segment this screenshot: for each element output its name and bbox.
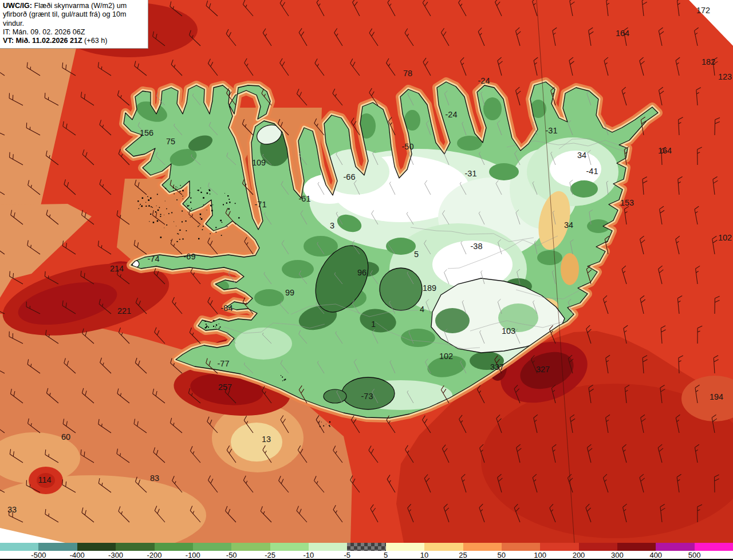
island-dot <box>212 204 213 205</box>
island-dot <box>216 325 217 326</box>
map-value-label: 221 <box>117 306 131 316</box>
island-dot <box>186 220 187 222</box>
colorbar-tick-label: -50 <box>226 551 237 559</box>
map-value-label: 60 <box>61 432 70 441</box>
map-value-label: 83 <box>150 474 159 483</box>
island-dot <box>150 198 152 199</box>
colorbar-segment <box>695 543 733 551</box>
island-dot <box>228 208 230 210</box>
land-dark-patch <box>483 97 502 120</box>
map-value-label: -74 <box>148 254 160 263</box>
island-dot <box>176 226 176 227</box>
island-dot <box>155 211 156 212</box>
map-value-label: 257 <box>218 382 232 392</box>
sea-yellow-patch <box>231 423 282 462</box>
island-dot <box>148 205 149 206</box>
map-value-label: -69 <box>184 252 196 261</box>
island-dot <box>179 230 180 231</box>
glacier-dark-spot <box>435 308 470 333</box>
glacier-eyjafjallajokull <box>324 389 346 403</box>
island-dot <box>214 320 215 321</box>
island-dot <box>235 203 236 204</box>
island-dot <box>229 202 230 203</box>
island-dot <box>224 193 225 194</box>
island-dot <box>219 319 220 320</box>
map-value-label: 102 <box>718 233 732 242</box>
map-value-label: 109 <box>252 158 266 167</box>
island-dot <box>177 233 178 234</box>
island-dot <box>284 380 285 381</box>
island-dot <box>282 380 283 381</box>
map-value-label: 164 <box>658 146 672 155</box>
colorbar-tick-label: 500 <box>688 551 701 559</box>
weather-map: 22178-24164172182123-24-3115675-5034-411… <box>0 0 733 543</box>
map-value-label: -24 <box>446 110 458 119</box>
colorbar-tick-label: -200 <box>147 551 161 559</box>
island-dot <box>145 202 146 203</box>
island-dot <box>326 424 326 424</box>
island-dot <box>157 210 159 211</box>
map-value-label: -24 <box>478 76 490 85</box>
map-value-label: 102 <box>439 352 453 361</box>
island-dot <box>198 190 199 191</box>
colorbar-tick-label: 100 <box>534 551 546 559</box>
colorbar-tick-label: 200 <box>573 551 585 559</box>
island-dot <box>150 214 151 215</box>
island-dot <box>211 206 212 207</box>
colorbar-tick-label: 300 <box>611 551 624 559</box>
map-value-label: -41 <box>586 167 598 176</box>
map-value-label: 4 <box>420 305 424 314</box>
map-value-label: 214 <box>110 264 124 273</box>
land-orange-patch <box>561 253 579 285</box>
land-dark-patch <box>537 250 562 265</box>
island-dot <box>176 187 176 187</box>
island-dot <box>227 195 228 196</box>
colorbar-ticks: -500-400-300-200-100-50-25-10-5510255010… <box>0 551 733 560</box>
island-dot <box>166 208 167 210</box>
map-value-label: 123 <box>718 72 732 81</box>
colorbar-segment <box>116 543 154 551</box>
island-dot <box>173 190 174 191</box>
island-dot <box>165 188 166 189</box>
map-value-label: 75 <box>166 137 175 146</box>
island-dot <box>160 236 162 238</box>
island-dot <box>137 200 139 202</box>
colorbar-tick-label: -400 <box>70 551 85 559</box>
colorbar-segment <box>347 543 385 551</box>
island-dot <box>178 234 179 235</box>
island-dot <box>199 225 199 226</box>
map-value-label: -31 <box>546 126 558 135</box>
map-value-label: 33 <box>7 505 17 514</box>
island-dot <box>193 210 194 210</box>
land-dark-patch <box>282 260 314 278</box>
island-dot <box>238 217 239 218</box>
island-dot <box>198 238 199 239</box>
colorbar-segment <box>386 543 424 551</box>
island-dot <box>200 217 201 218</box>
map-value-label: 1 <box>371 320 376 329</box>
colorbar-tick-label: 400 <box>649 551 662 559</box>
map-value-label: 164 <box>616 29 629 38</box>
island-dot <box>140 204 141 205</box>
island-dot <box>204 321 205 322</box>
island-dot <box>281 375 281 376</box>
colorbar-segment <box>155 543 193 551</box>
island-dot <box>220 326 221 328</box>
island-dot <box>222 222 223 223</box>
map-value-label: 3 <box>330 221 334 230</box>
map-value-label: -73 <box>361 392 373 401</box>
map-value-label: 189 <box>423 283 436 293</box>
colorbar-segment <box>617 543 656 551</box>
map-value-label: -84 <box>221 303 233 313</box>
island-dot <box>190 192 190 193</box>
colorbar: -500-400-300-200-100-50-25-10-5510255010… <box>0 543 733 560</box>
island-dot <box>176 199 178 200</box>
colorbar-segment <box>0 543 38 551</box>
model-id: UWC/IG: <box>3 2 32 10</box>
weather-map-viewport: 22178-24164172182123-24-3115675-5034-411… <box>0 0 733 560</box>
island-dot <box>206 324 207 325</box>
island-dot <box>183 238 184 239</box>
island-dot <box>203 204 204 205</box>
island-dot <box>219 324 219 324</box>
island-dot <box>207 210 207 210</box>
